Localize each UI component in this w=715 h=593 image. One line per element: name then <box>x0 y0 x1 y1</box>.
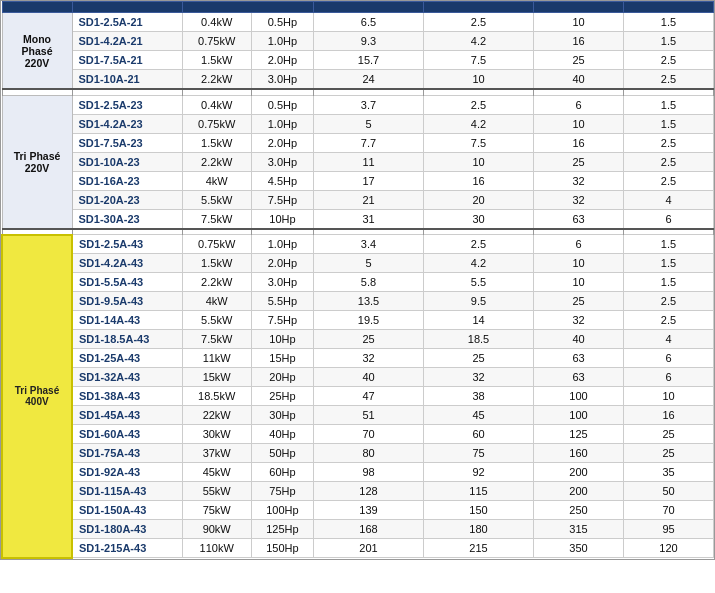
model-cell: SD1-2.5A-21 <box>72 13 182 32</box>
current-entry-cell: 25 <box>314 330 424 349</box>
current-output-cell: 7.5 <box>424 133 534 152</box>
power-hp-cell: 10Hp <box>251 209 313 229</box>
power-kw-cell: 4kW <box>182 292 251 311</box>
current-entry-cell: 6.5 <box>314 13 424 32</box>
table-row: SD1-14A-435.5kW7.5Hp19.514322.5 <box>2 311 714 330</box>
cable-cell: 2.5 <box>624 152 714 171</box>
current-entry-cell: 201 <box>314 539 424 558</box>
current-output-cell: 45 <box>424 406 534 425</box>
current-output-cell: 115 <box>424 482 534 501</box>
protection-cell: 200 <box>534 463 624 482</box>
model-cell: SD1-215A-43 <box>72 539 182 558</box>
section-label-1: Tri Phasé 220V <box>2 95 72 229</box>
protection-cell: 25 <box>534 51 624 70</box>
header-cables <box>624 2 714 13</box>
table-row: SD1-150A-4375kW100Hp13915025070 <box>2 501 714 520</box>
protection-cell: 10 <box>534 114 624 133</box>
current-output-cell: 38 <box>424 387 534 406</box>
model-cell: SD1-16A-23 <box>72 171 182 190</box>
power-hp-cell: 0.5Hp <box>251 95 313 114</box>
current-entry-cell: 13.5 <box>314 292 424 311</box>
current-output-cell: 32 <box>424 368 534 387</box>
power-kw-cell: 5.5kW <box>182 311 251 330</box>
protection-cell: 160 <box>534 444 624 463</box>
table-row: SD1-9.5A-434kW5.5Hp13.59.5252.5 <box>2 292 714 311</box>
current-entry-cell: 5 <box>314 254 424 273</box>
power-kw-cell: 2.2kW <box>182 152 251 171</box>
model-cell: SD1-7.5A-21 <box>72 51 182 70</box>
cable-cell: 1.5 <box>624 254 714 273</box>
current-output-cell: 30 <box>424 209 534 229</box>
table-row: SD1-7.5A-231.5kW2.0Hp7.77.5162.5 <box>2 133 714 152</box>
header-courant-entree <box>314 2 424 13</box>
cable-cell: 2.5 <box>624 51 714 70</box>
power-kw-cell: 2.2kW <box>182 70 251 90</box>
current-output-cell: 10 <box>424 70 534 90</box>
model-cell: SD1-10A-23 <box>72 152 182 171</box>
current-entry-cell: 139 <box>314 501 424 520</box>
cable-cell: 1.5 <box>624 114 714 133</box>
protection-cell: 63 <box>534 368 624 387</box>
cable-cell: 6 <box>624 209 714 229</box>
table-row: SD1-30A-237.5kW10Hp3130636 <box>2 209 714 229</box>
current-output-cell: 150 <box>424 501 534 520</box>
model-cell: SD1-14A-43 <box>72 311 182 330</box>
current-output-cell: 14 <box>424 311 534 330</box>
power-hp-cell: 3.0Hp <box>251 70 313 90</box>
protection-cell: 10 <box>534 254 624 273</box>
model-cell: SD1-92A-43 <box>72 463 182 482</box>
table-row: SD1-5.5A-432.2kW3.0Hp5.85.5101.5 <box>2 273 714 292</box>
model-cell: SD1-18.5A-43 <box>72 330 182 349</box>
current-entry-cell: 5 <box>314 114 424 133</box>
protection-cell: 16 <box>534 32 624 51</box>
cable-cell: 70 <box>624 501 714 520</box>
current-entry-cell: 3.4 <box>314 235 424 254</box>
header-puissance <box>182 2 314 13</box>
current-entry-cell: 32 <box>314 349 424 368</box>
current-entry-cell: 9.3 <box>314 32 424 51</box>
protection-cell: 6 <box>534 95 624 114</box>
current-entry-cell: 70 <box>314 425 424 444</box>
model-cell: SD1-45A-43 <box>72 406 182 425</box>
model-cell: SD1-180A-43 <box>72 520 182 539</box>
current-output-cell: 180 <box>424 520 534 539</box>
cable-cell: 10 <box>624 387 714 406</box>
protection-cell: 16 <box>534 133 624 152</box>
protection-cell: 25 <box>534 152 624 171</box>
table-row: Mono Phasé 220VSD1-2.5A-210.4kW0.5Hp6.52… <box>2 13 714 32</box>
current-entry-cell: 11 <box>314 152 424 171</box>
protection-cell: 25 <box>534 292 624 311</box>
table-row: SD1-38A-4318.5kW25Hp473810010 <box>2 387 714 406</box>
power-kw-cell: 22kW <box>182 406 251 425</box>
power-kw-cell: 15kW <box>182 368 251 387</box>
cable-cell: 1.5 <box>624 32 714 51</box>
protection-cell: 40 <box>534 330 624 349</box>
power-kw-cell: 75kW <box>182 501 251 520</box>
current-output-cell: 20 <box>424 190 534 209</box>
section-label-0: Mono Phasé 220V <box>2 13 72 90</box>
specs-table: Mono Phasé 220VSD1-2.5A-210.4kW0.5Hp6.52… <box>1 1 714 559</box>
current-output-cell: 60 <box>424 425 534 444</box>
power-kw-cell: 0.75kW <box>182 114 251 133</box>
cable-cell: 1.5 <box>624 13 714 32</box>
table-row: SD1-7.5A-211.5kW2.0Hp15.77.5252.5 <box>2 51 714 70</box>
current-entry-cell: 19.5 <box>314 311 424 330</box>
table-row: SD1-215A-43110kW150Hp201215350120 <box>2 539 714 558</box>
power-hp-cell: 25Hp <box>251 387 313 406</box>
model-cell: SD1-4.2A-23 <box>72 114 182 133</box>
model-cell: SD1-32A-43 <box>72 368 182 387</box>
power-kw-cell: 0.75kW <box>182 235 251 254</box>
current-output-cell: 4.2 <box>424 254 534 273</box>
power-kw-cell: 11kW <box>182 349 251 368</box>
model-cell: SD1-2.5A-43 <box>72 235 182 254</box>
power-kw-cell: 7.5kW <box>182 330 251 349</box>
power-kw-cell: 18.5kW <box>182 387 251 406</box>
protection-cell: 315 <box>534 520 624 539</box>
power-hp-cell: 3.0Hp <box>251 152 313 171</box>
power-hp-cell: 2.0Hp <box>251 51 313 70</box>
current-entry-cell: 98 <box>314 463 424 482</box>
power-hp-cell: 4.5Hp <box>251 171 313 190</box>
power-hp-cell: 150Hp <box>251 539 313 558</box>
cable-cell: 6 <box>624 368 714 387</box>
power-hp-cell: 30Hp <box>251 406 313 425</box>
